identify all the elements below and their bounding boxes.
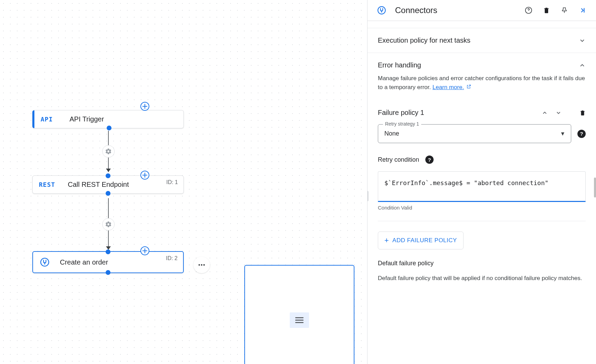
pin-icon[interactable] xyxy=(560,6,568,14)
delete-policy-icon[interactable] xyxy=(579,109,586,116)
drag-handle-icon[interactable] xyxy=(290,312,309,328)
port-out[interactable] xyxy=(107,126,111,130)
chevron-down-icon xyxy=(579,37,586,44)
retry-strategy-select[interactable]: Retry strategy 1 None ▼ xyxy=(378,124,571,143)
gear-icon[interactable] xyxy=(102,218,115,231)
port-in[interactable] xyxy=(106,173,110,178)
learn-more-link[interactable]: Learn more. xyxy=(433,84,464,90)
failure-policy-title: Failure policy 1 xyxy=(378,109,542,117)
floating-panel[interactable] xyxy=(244,265,354,364)
sidebar-panel: Connectors Execution policy for next tas… xyxy=(367,0,596,364)
port-out[interactable] xyxy=(106,191,110,196)
section-description: Manage failure policies and error catche… xyxy=(378,74,586,92)
connector-icon xyxy=(39,257,50,268)
chevron-up-icon xyxy=(579,62,586,69)
help-tooltip-icon[interactable]: ? xyxy=(425,156,434,164)
delete-icon[interactable] xyxy=(542,6,551,14)
section-toggle[interactable]: Execution policy for next tasks xyxy=(378,36,586,44)
connector-icon xyxy=(377,6,387,15)
help-icon[interactable] xyxy=(524,6,533,14)
api-badge: API xyxy=(41,116,60,123)
node-api-trigger[interactable]: API API Trigger xyxy=(32,110,184,128)
select-label: Retry strategy 1 xyxy=(383,121,421,127)
svg-point-1 xyxy=(199,264,200,266)
scrollbar-thumb[interactable] xyxy=(594,178,596,197)
add-icon[interactable] xyxy=(140,171,149,180)
node-title: API Trigger xyxy=(70,115,104,123)
node-rest-endpoint[interactable]: REST Call REST Endpoint ID: 1 xyxy=(32,175,184,194)
plus-icon: + xyxy=(384,236,389,245)
failure-policy-block: Failure policy 1 Retry strategy 1 None ▼… xyxy=(368,100,596,283)
sidebar-title: Connectors xyxy=(395,6,524,15)
arrow-icon xyxy=(106,169,111,172)
add-icon[interactable] xyxy=(140,246,149,255)
workflow-canvas[interactable]: API API Trigger REST Call REST Endpoint … xyxy=(0,0,367,364)
caret-down-icon: ▼ xyxy=(560,131,565,137)
select-value: None xyxy=(384,130,399,137)
retry-condition-label: Retry condition xyxy=(378,156,419,163)
move-down-icon[interactable] xyxy=(555,110,562,116)
section-title: Error handling xyxy=(378,61,421,69)
scroll-indicator xyxy=(367,191,369,201)
svg-point-2 xyxy=(201,264,202,266)
sidebar-header: Connectors xyxy=(368,0,596,21)
gear-icon[interactable] xyxy=(102,145,115,158)
help-tooltip-icon[interactable]: ? xyxy=(577,130,586,138)
node-create-order[interactable]: Create an order ID: 2 xyxy=(32,251,184,273)
more-menu-button[interactable] xyxy=(193,257,210,273)
external-link-icon xyxy=(465,85,471,90)
divider xyxy=(378,221,586,221)
add-icon[interactable] xyxy=(140,102,149,111)
default-failure-policy-desc: Default failure policy that will be appl… xyxy=(378,274,586,283)
section-title: Execution policy for next tasks xyxy=(378,36,470,44)
section-execution-policy: Execution policy for next tasks xyxy=(368,28,596,53)
section-toggle[interactable]: Error handling xyxy=(378,61,586,69)
move-up-icon[interactable] xyxy=(542,110,548,116)
port-in[interactable] xyxy=(106,249,110,254)
port-out[interactable] xyxy=(106,270,110,275)
node-id-label: ID: 2 xyxy=(166,255,178,261)
node-id-label: ID: 1 xyxy=(166,179,178,185)
condition-status: Condition Valid xyxy=(378,205,586,211)
retry-condition-input[interactable]: $`ErrorInfo`.message$ = "aborted connect… xyxy=(378,171,586,202)
default-failure-policy-title: Default failure policy xyxy=(378,260,586,267)
add-failure-policy-button[interactable]: + ADD FAILURE POLICY xyxy=(378,232,464,249)
button-label: ADD FAILURE POLICY xyxy=(392,237,457,244)
collapse-icon[interactable] xyxy=(578,6,586,14)
section-error-handling: Error handling Manage failure policies a… xyxy=(368,53,596,100)
rest-badge: REST xyxy=(39,181,58,188)
svg-point-3 xyxy=(203,264,205,266)
node-title: Call REST Endpoint xyxy=(68,181,129,189)
node-title: Create an order xyxy=(60,258,108,266)
